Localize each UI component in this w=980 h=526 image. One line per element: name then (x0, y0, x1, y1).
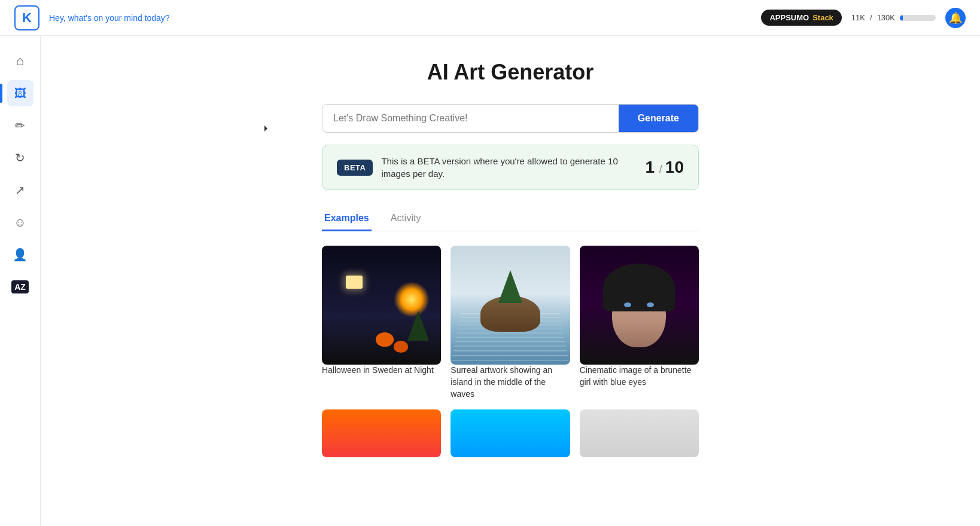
generate-button[interactable]: Generate (619, 105, 698, 132)
beta-left: BETA This is a BETA version where you're… (337, 155, 635, 180)
main-content: AI Art Generator Generate BETA This is a… (41, 36, 980, 526)
sidebar-item-home[interactable]: ⌂ (7, 48, 34, 74)
beta-total: 10 (665, 158, 684, 176)
share-icon: ↗ (15, 183, 25, 197)
search-input[interactable] (322, 105, 619, 132)
sidebar-item-sync[interactable]: ↻ (7, 145, 34, 171)
halloween-label: Halloween in Sweden at Night (322, 365, 441, 377)
face-icon: ☺ (14, 216, 26, 230)
credits-separator: / (870, 13, 872, 22)
credits-bar: 11K / 130K (851, 13, 936, 22)
notification-button[interactable]: 🔔 (945, 8, 966, 28)
partial-card-alien[interactable] (451, 409, 570, 457)
sidebar-item-az[interactable]: AZ (7, 274, 34, 300)
sidebar-item-image[interactable]: 🖼 (7, 80, 34, 106)
island-image (451, 246, 570, 365)
notification-icon: 🔔 (949, 11, 962, 25)
image-card-portrait[interactable]: Cinematic image of a brunette girl with … (580, 246, 699, 400)
tab-examples[interactable]: Examples (322, 207, 372, 231)
stack-label: Stack (812, 13, 833, 22)
tabs: Examples Activity (322, 207, 699, 231)
island-label: Surreal artwork showing an island in the… (451, 365, 570, 400)
beta-banner: BETA This is a BETA version where you're… (322, 145, 699, 190)
image-grid: Halloween in Sweden at Night Surreal art… (322, 246, 699, 400)
beta-text: This is a BETA version where you're allo… (381, 155, 635, 180)
credits-track (900, 15, 936, 21)
partial-card-fire[interactable] (322, 409, 441, 457)
image-card-island[interactable]: Surreal artwork showing an island in the… (451, 246, 570, 400)
halloween-image (322, 246, 441, 365)
topnav-right: APPSUMO Stack 11K / 130K 🔔 (761, 8, 966, 28)
logo[interactable]: K (14, 5, 39, 30)
topnav: K Hey, what's on your mind today? APPSUM… (0, 0, 980, 36)
layout: ⌂ 🖼 ✏ ↻ ↗ ☺ 👤 AZ AI Art Generator Genera… (0, 36, 980, 526)
home-icon: ⌂ (16, 53, 24, 69)
sync-icon: ↻ (15, 151, 25, 165)
image-card-halloween[interactable]: Halloween in Sweden at Night (322, 246, 441, 400)
partial-row (322, 409, 699, 457)
sidebar-item-face[interactable]: ☺ (7, 209, 34, 236)
sidebar: ⌂ 🖼 ✏ ↻ ↗ ☺ 👤 AZ (0, 36, 41, 526)
appsumo-label: APPSUMO (769, 13, 809, 22)
portrait-label: Cinematic image of a brunette girl with … (580, 365, 699, 388)
credits-used: 11K (851, 13, 865, 22)
user-icon: 👤 (13, 247, 28, 262)
sidebar-item-edit[interactable]: ✏ (7, 112, 34, 139)
beta-count: 1 (645, 158, 655, 176)
topnav-left: K Hey, what's on your mind today? (14, 5, 170, 30)
greeting-text: Hey, what's on your mind today? (49, 13, 170, 23)
edit-icon: ✏ (15, 118, 25, 133)
portrait-image (580, 246, 699, 365)
sidebar-item-share[interactable]: ↗ (7, 177, 34, 203)
tab-activity[interactable]: Activity (388, 207, 424, 231)
appsumo-badge[interactable]: APPSUMO Stack (761, 10, 841, 26)
beta-slash: / (659, 163, 665, 175)
image-icon: 🖼 (14, 87, 26, 100)
az-icon: AZ (11, 280, 29, 293)
sidebar-item-user[interactable]: 👤 (7, 241, 34, 268)
search-bar: Generate (322, 104, 699, 133)
partial-card-gray[interactable] (580, 409, 699, 457)
credits-fill (900, 15, 903, 21)
page-title: AI Art Generator (77, 60, 944, 85)
credits-total: 130K (877, 13, 895, 22)
beta-tag: BETA (337, 160, 373, 176)
beta-counter: 1 / 10 (645, 158, 684, 177)
